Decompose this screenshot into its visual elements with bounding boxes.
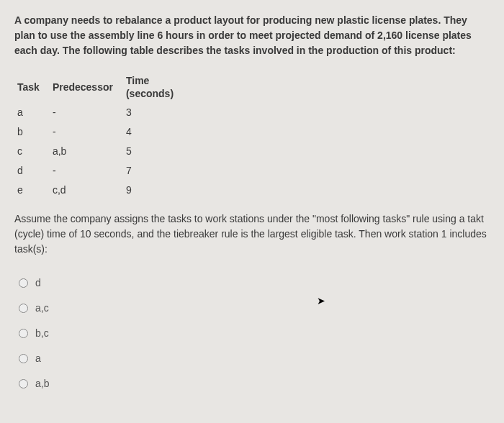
option-ac[interactable]: a,c [19, 301, 490, 316]
table-row: d - 7 [17, 161, 186, 181]
options-list: d a,c b,c a a,b [19, 276, 490, 391]
table-row: b - 4 [17, 122, 186, 142]
option-label: b,c [35, 326, 49, 341]
question-instruction: Assume the company assigns the tasks to … [14, 212, 490, 257]
option-label: a,b [35, 376, 49, 391]
table-row: c a,b 5 [17, 142, 186, 161]
option-label: a,c [35, 301, 49, 316]
table-row: e c,d 9 [17, 181, 186, 200]
radio-icon [19, 329, 28, 338]
header-predecessor: Predecessor [53, 71, 126, 103]
option-d[interactable]: d [19, 276, 490, 291]
header-time: Time (seconds) [126, 71, 186, 103]
option-ab[interactable]: a,b [19, 376, 490, 391]
radio-icon [19, 354, 28, 363]
table-row: a - 3 [17, 103, 186, 122]
header-task: Task [17, 71, 53, 103]
question-intro: A company needs to rebalance a product l… [14, 13, 490, 58]
task-table: Task Predecessor Time (seconds) a - 3 b … [17, 71, 186, 200]
radio-icon [19, 379, 28, 388]
option-label: d [35, 276, 41, 291]
option-a[interactable]: a [19, 351, 490, 366]
option-bc[interactable]: b,c [19, 326, 490, 341]
radio-icon [19, 304, 28, 313]
cursor-icon: ➤ [317, 294, 325, 309]
radio-icon [19, 278, 28, 288]
option-label: a [35, 351, 41, 366]
